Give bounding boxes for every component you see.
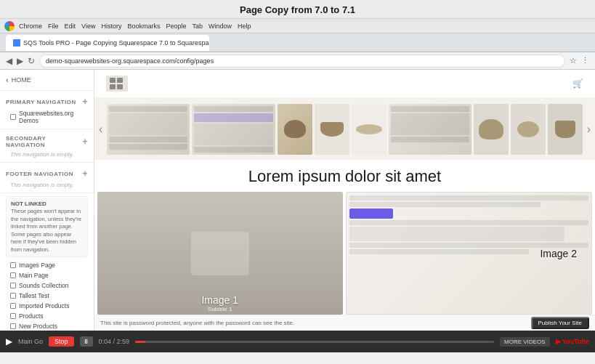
secondary-nav-empty: This navigation is empty. (0, 150, 94, 159)
secondary-nav-label: SECONDARY NAVIGATION (6, 135, 82, 148)
svg-rect-0 (110, 78, 116, 83)
gallery-screenshot-2 (192, 104, 275, 155)
sidebar-divider-2 (0, 129, 94, 129)
gallery-screenshot-1 (107, 104, 190, 155)
player-time: 0:04 / 2:59 (99, 338, 130, 345)
chrome-logo-icon (4, 21, 15, 31)
footer-nav-section: FOOTER NAVIGATION + (0, 166, 94, 180)
imported-label: Imported Products (19, 302, 69, 310)
image-1-subtitle: Subtitle 1 (208, 306, 232, 312)
sidebar: HOME PRIMARY NAVIGATION + Squarewebsites… (0, 70, 94, 331)
player-progress-track[interactable] (135, 341, 494, 343)
time-current: 0:04 (99, 338, 112, 345)
sidebar-item-tallest[interactable]: Tallest Test (0, 291, 94, 301)
footer-nav-add-button[interactable]: + (82, 169, 88, 179)
menu-help[interactable]: Help (238, 23, 251, 30)
main-go-label: Main Go (18, 338, 43, 345)
gallery-item-5 (511, 104, 546, 155)
window-title: Page Copy from 7.0 to 7.1 (0, 0, 595, 19)
browser-toolbar-icons: ☆ ⋮ (570, 56, 589, 65)
primary-nav-label: PRIMARY NAVIGATION (6, 99, 76, 105)
products-label: Products (19, 312, 44, 320)
time-total: 2:59 (117, 338, 130, 345)
gallery-item-3 (352, 104, 386, 155)
main-content-area: HOME PRIMARY NAVIGATION + Squarewebsites… (0, 70, 595, 331)
gallery-next-button[interactable]: › (586, 123, 592, 136)
forward-button[interactable]: ▶ (17, 56, 23, 66)
svg-rect-3 (117, 84, 123, 89)
page-icon-products (10, 313, 16, 319)
page-icon-sounds (10, 283, 16, 288)
primary-nav-add-button[interactable]: + (82, 97, 88, 107)
menu-history[interactable]: History (101, 23, 121, 30)
browser-tab-bar: SQS Tools PRO - Page Copying Squarespace… (0, 33, 595, 52)
site-header: 🛒 (94, 70, 595, 98)
hero-gallery: ‹ (94, 98, 595, 160)
player-progress-fill (135, 341, 145, 343)
page-icon-main (10, 272, 16, 278)
not-linked-desc: These pages won't appear in the navigati… (11, 208, 83, 254)
url-input[interactable]: demo-squarewebsites-org.squarespace.com/… (39, 54, 565, 68)
gallery-item-4 (474, 104, 509, 155)
sidebar-item-imported-products[interactable]: Imported Products (0, 301, 94, 311)
menu-edit[interactable]: Edit (65, 23, 76, 30)
player-stop-button[interactable]: Stop (49, 336, 74, 347)
svg-rect-2 (110, 84, 116, 89)
sidebar-item-products[interactable]: Products (0, 311, 94, 321)
lower-screenshot-image: Image 2 (346, 192, 593, 315)
sidebar-home-label: HOME (12, 76, 31, 84)
browser-address-bar: ◀ ▶ ↻ demo-squarewebsites-org.squarespac… (0, 52, 595, 70)
player-pause-button[interactable]: ⏸ (80, 336, 93, 347)
secondary-nav-add-button[interactable]: + (82, 137, 88, 147)
chrome-menu-items: Chrome File Edit View History Bookmarks … (19, 23, 251, 30)
sidebar-item-new-products[interactable]: New Products (0, 321, 94, 331)
menu-view[interactable]: View (81, 23, 95, 30)
page-icon-tallest (10, 293, 16, 299)
gallery-item-2 (315, 104, 349, 155)
sidebar-item-sounds[interactable]: Sounds Collection (0, 280, 94, 291)
more-videos-button[interactable]: MORE VIDEOS (500, 337, 549, 347)
sidebar-divider-1 (0, 90, 94, 91)
sidebar-divider-4 (0, 193, 94, 193)
not-linked-label: NOT LINKED (11, 200, 83, 208)
sidebar-home-link[interactable]: HOME (0, 73, 94, 87)
cart-icon[interactable]: 🛒 (572, 78, 583, 89)
sidebar-item-main-page[interactable]: Main Page (0, 270, 94, 280)
settings-icon[interactable]: ⋮ (581, 56, 589, 65)
back-button[interactable]: ◀ (6, 56, 12, 66)
url-text: demo-squarewebsites-org.squarespace.com/… (46, 57, 214, 65)
sidebar-squarespace-label: Squarewebsites.org Demos (19, 110, 88, 124)
gallery-prev-button[interactable]: ‹ (97, 123, 104, 136)
video-player-bar: ▶ Main Go Stop ⏸ 0:04 / 2:59 MORE VIDEOS… (0, 331, 595, 352)
bookmark-icon[interactable]: ☆ (570, 56, 577, 65)
menu-file[interactable]: File (48, 23, 59, 30)
footer-nav-empty: This navigation is empty. (0, 180, 94, 190)
image-2-label: Image 2 (540, 248, 577, 259)
lorem-ipsum-text: Lorem ipsum dolor sit amet (94, 160, 595, 192)
secondary-nav-section: SECONDARY NAVIGATION + (0, 132, 94, 150)
menu-window[interactable]: Window (209, 23, 232, 30)
menu-chrome[interactable]: Chrome (19, 23, 42, 30)
site-logo (106, 76, 128, 92)
password-text: This site is password protected, anyone … (100, 320, 294, 326)
footer-nav-label: FOOTER NAVIGATION (6, 171, 73, 177)
tab-favicon (13, 39, 20, 46)
main-page-label: Main Page (19, 272, 49, 279)
reload-button[interactable]: ↻ (28, 56, 35, 66)
menu-tab[interactable]: Tab (192, 23, 203, 30)
gallery-items (107, 104, 582, 155)
sidebar-item-images-page[interactable]: Images Page (0, 260, 94, 270)
browser-tab[interactable]: SQS Tools PRO - Page Copying Squarespace… (6, 35, 209, 51)
menu-people[interactable]: People (166, 23, 186, 30)
images-page-label: Images Page (19, 262, 55, 269)
player-play-button[interactable]: ▶ (6, 336, 12, 347)
page-icon-new-products (10, 323, 16, 329)
publish-button[interactable]: Publish Your Site (531, 317, 590, 329)
svg-rect-1 (117, 78, 123, 83)
password-bar: This site is password protected, anyone … (94, 315, 595, 331)
sidebar-item-squarespace[interactable]: Squarewebsites.org Demos (0, 108, 94, 126)
menu-bookmarks[interactable]: Bookmarks (127, 23, 160, 30)
gallery-screenshot-3 (389, 104, 471, 155)
lower-section: Image 1 Subtitle 1 Image 2 (94, 192, 595, 315)
youtube-icon: ▶ YouTube (556, 338, 590, 345)
